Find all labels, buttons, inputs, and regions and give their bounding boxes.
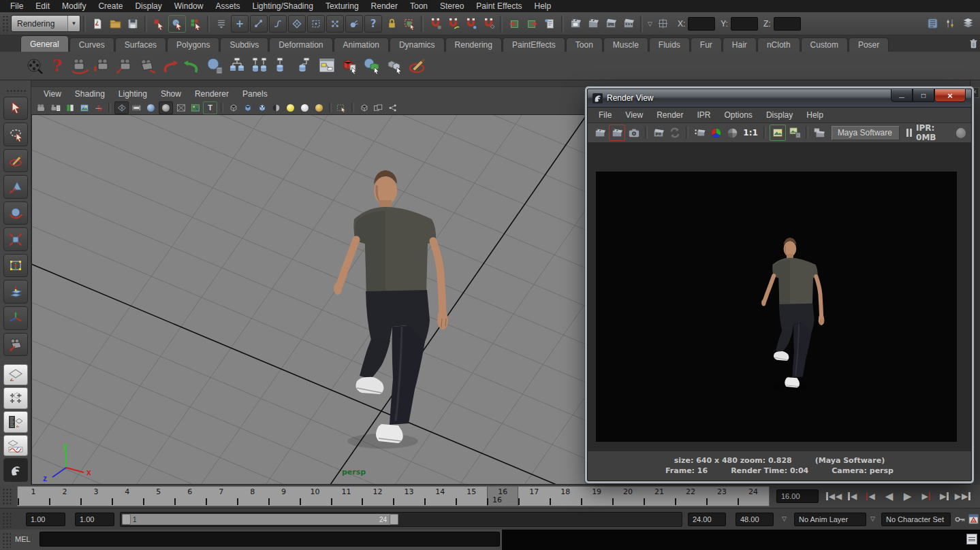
viewport-menu-item[interactable]: Lighting <box>112 89 154 99</box>
shelf-tab[interactable]: Subdivs <box>220 37 268 52</box>
image-plane-icon[interactable] <box>78 102 91 114</box>
render-view-menu-item[interactable]: Options <box>718 110 759 120</box>
menu-item[interactable]: Window <box>168 0 210 12</box>
frame-cell[interactable]: 21 <box>644 487 675 506</box>
shelf-tab[interactable]: Surfaces <box>115 37 166 52</box>
render-image-area[interactable] <box>588 143 971 451</box>
select-multi-mode-icon[interactable] <box>383 54 405 77</box>
snap-to-curves-magnet-icon[interactable] <box>445 16 461 32</box>
frame-cell[interactable]: 15 <box>456 487 487 506</box>
range-start-handle[interactable] <box>122 514 131 525</box>
frame-cell[interactable]: 2 <box>49 487 80 506</box>
snap-to-points-magnet-icon[interactable] <box>462 16 479 32</box>
snap-mode-icon[interactable] <box>213 16 230 32</box>
frame-cell[interactable]: 20 <box>612 487 644 506</box>
select-object-icon[interactable] <box>168 15 186 33</box>
animation-end-field[interactable]: 48.00 <box>736 513 774 526</box>
frame-cell[interactable]: 18 <box>550 487 581 506</box>
viewport-menu-item[interactable]: View <box>37 89 68 99</box>
select-object-mode-icon[interactable] <box>338 54 360 77</box>
render-view-titlebar[interactable]: Render View — □ × <box>588 89 971 108</box>
display-rgb-channels-icon[interactable] <box>708 125 723 140</box>
hypershade-window-icon[interactable] <box>315 54 338 77</box>
shelf-tab[interactable]: Animation <box>334 37 389 52</box>
delete-object-icon[interactable] <box>203 54 225 77</box>
frame-cell[interactable]: 3 <box>80 487 112 506</box>
step-forward-frame-button[interactable]: ▶ <box>935 488 953 504</box>
ipr-render-icon[interactable]: IPR <box>603 16 619 32</box>
command-output[interactable] <box>502 530 980 550</box>
camera-orbit-icon[interactable] <box>68 54 91 77</box>
menu-item[interactable]: Display <box>129 0 168 12</box>
channel-box-icon[interactable] <box>960 16 976 32</box>
character-set-field[interactable]: No Character Set <box>881 513 951 526</box>
render-view-menu-item[interactable]: View <box>618 110 650 120</box>
rotate-tool[interactable] <box>3 201 28 225</box>
smooth-shade-cube-icon[interactable] <box>241 102 254 114</box>
snap-to-grids-magnet-icon[interactable] <box>427 16 443 32</box>
range-grip[interactable] <box>1 511 12 528</box>
trash-icon[interactable] <box>968 38 979 50</box>
viewport-menu-item[interactable]: Renderer <box>188 89 236 99</box>
frame-cell[interactable]: 19 <box>581 487 612 506</box>
step-back-frame-button[interactable]: ◀ <box>843 488 862 504</box>
lasso-select-tool[interactable] <box>3 123 28 146</box>
shelf-tab[interactable]: Rendering <box>445 37 502 52</box>
render-view-window[interactable]: Render View — □ × FileViewRenderIPROptio… <box>587 88 972 481</box>
move-tool[interactable] <box>3 175 28 199</box>
quick-help-icon[interactable]: ? <box>364 15 382 33</box>
redo-icon[interactable] <box>180 54 203 77</box>
single-pane-layout-button[interactable] <box>3 364 28 386</box>
chevron-down-icon[interactable]: ▽ <box>782 515 787 522</box>
menu-item[interactable]: Render <box>365 0 404 12</box>
save-scene-icon[interactable] <box>125 16 141 32</box>
frame-cell[interactable]: 8 <box>237 487 268 506</box>
light-white-icon[interactable] <box>298 102 311 114</box>
text-display-icon[interactable]: T <box>203 101 217 114</box>
hypergraph-input-icon[interactable] <box>270 54 293 77</box>
frame-cell[interactable]: 17 <box>518 487 550 506</box>
step-back-key-button[interactable]: ◀ <box>862 488 880 504</box>
light-gold-icon[interactable] <box>313 102 326 114</box>
range-slider-track[interactable]: 1 24 <box>120 512 682 527</box>
frame-cell[interactable]: 11 <box>331 487 362 506</box>
select-tool[interactable] <box>3 97 28 120</box>
keep-image-icon[interactable] <box>770 125 786 141</box>
film-gate-ic on[interactable] <box>130 102 143 114</box>
shelf-tab[interactable]: Polygons <box>167 37 219 52</box>
render-settings-icon[interactable] <box>620 16 637 32</box>
play-backwards-button[interactable]: ◀ <box>880 488 898 504</box>
show-manipulator-tool[interactable] <box>3 333 28 357</box>
menu-item[interactable]: Paint Effects <box>470 0 528 12</box>
default-material-icon[interactable] <box>159 101 173 114</box>
maya-dragon-layout-icon[interactable] <box>3 458 28 482</box>
make-live-icon[interactable] <box>326 15 344 33</box>
render-view-menu-item[interactable]: Render <box>650 110 690 120</box>
open-scene-icon[interactable] <box>107 16 123 32</box>
frame-cell[interactable]: 5 <box>143 487 174 506</box>
output-connections-icon[interactable] <box>524 16 540 32</box>
menu-item[interactable]: Edit <box>29 0 56 12</box>
frame-cell[interactable]: 14 <box>424 487 456 506</box>
caret-small-icon[interactable]: ▽ <box>648 20 652 27</box>
textured-toggle-icon[interactable] <box>189 102 202 114</box>
menu-item[interactable]: Stereo <box>434 0 470 12</box>
shaded-sphere-icon[interactable] <box>144 102 157 114</box>
manipulator-icon[interactable] <box>92 102 105 114</box>
render-view-menu-item[interactable]: File <box>592 110 618 120</box>
render-region-icon[interactable] <box>692 125 707 140</box>
character-model[interactable] <box>334 170 448 449</box>
render-view-menu-item[interactable]: Help <box>800 110 830 120</box>
attribute-editor-icon[interactable] <box>924 16 941 32</box>
frame-cell[interactable]: 13 <box>393 487 424 506</box>
script-editor-icon[interactable] <box>966 534 977 545</box>
viewport-panel-grip[interactable] <box>31 80 970 87</box>
textured-cube-icon[interactable] <box>255 102 268 114</box>
move-nearest-icon[interactable]: + <box>231 15 249 33</box>
chevron-down-icon[interactable]: ▽ <box>870 515 875 522</box>
refresh-ipr-icon[interactable] <box>667 125 682 140</box>
camera-zoom-icon[interactable] <box>136 54 158 77</box>
frame-cell[interactable]: 24 <box>738 487 769 506</box>
viewport-menu-item[interactable]: Show <box>154 89 188 99</box>
shelf-tab[interactable]: Deformation <box>269 37 332 52</box>
